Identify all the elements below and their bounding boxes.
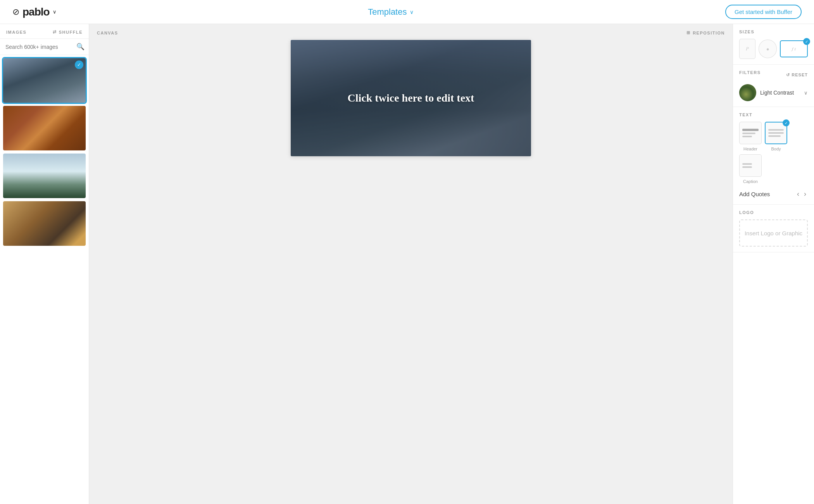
canvas-editable-text[interactable]: Click twice here to edit text: [291, 40, 531, 156]
get-started-button[interactable]: Get started with Buffer: [725, 5, 802, 19]
twitter-facebook-icon: 𝒇𝒕: [792, 47, 796, 52]
text-line-large: [742, 129, 759, 131]
main-layout: IMAGES ⇄ SHUFFLE 🔍 ✓: [0, 24, 814, 504]
templates-chevron-icon: ∨: [410, 9, 414, 15]
filter-dropdown[interactable]: Light Contrast ∨: [760, 90, 808, 96]
filter-select-row: Light Contrast ∨: [739, 84, 808, 101]
sizes-label: SIZES: [739, 29, 808, 34]
text-style-body-box: ✓: [765, 122, 787, 144]
image-thumb[interactable]: [3, 106, 86, 150]
filter-thumbnail: [739, 84, 756, 101]
size-twitter-button[interactable]: 𝒇𝒕 ✓: [780, 40, 808, 57]
quotes-navigation: ‹ ›: [795, 189, 808, 199]
reset-icon: ↺: [786, 72, 790, 78]
reposition-label: REPOSITION: [693, 31, 725, 35]
text-line-medium: [742, 133, 755, 134]
text-selected-check: ✓: [783, 119, 790, 126]
text-style-header[interactable]: Header: [739, 122, 762, 151]
check-icon: ✓: [77, 62, 81, 67]
shuffle-icon: ⇄: [53, 29, 57, 35]
reset-button[interactable]: ↺ RESET: [786, 72, 808, 78]
text-style-caption[interactable]: Caption: [739, 154, 762, 184]
pablo-logo-text: pablo: [22, 6, 50, 18]
sizes-section: SIZES 𝑃 ● 𝒇𝒕 ✓: [733, 24, 814, 65]
logo-insert-button[interactable]: Insert Logo or Graphic: [739, 219, 808, 247]
logo-insert-label: Insert Logo or Graphic: [745, 230, 802, 236]
selection-check: ✓: [75, 60, 83, 69]
text-style-header-box: [739, 122, 762, 144]
templates-label: Templates: [368, 7, 407, 17]
filter-chevron-icon: ∨: [804, 90, 808, 96]
canvas-label: CANVAS: [97, 31, 118, 35]
logo-chevron-icon[interactable]: ∨: [53, 9, 57, 15]
size-selected-check: ✓: [803, 38, 810, 45]
logo-section: LOGO Insert Logo or Graphic: [733, 205, 814, 252]
search-icon[interactable]: 🔍: [76, 43, 85, 51]
text-line-s2: [742, 166, 752, 168]
text-line-small: [742, 136, 752, 137]
filters-label: FILTERS: [739, 70, 761, 75]
image-thumb[interactable]: ✓: [3, 58, 86, 103]
check-icon: ✓: [805, 40, 808, 44]
text-style-header-label: Header: [743, 147, 757, 151]
pablo-logo-icon: ⊘: [12, 7, 19, 17]
quotes-next-button[interactable]: ›: [802, 189, 808, 199]
images-label: IMAGES: [6, 30, 26, 35]
shuffle-button[interactable]: ⇄ SHUFFLE: [53, 29, 83, 35]
circle-icon: ●: [766, 46, 769, 52]
add-quotes-row: Add Quotes ‹ ›: [739, 189, 808, 199]
templates-button[interactable]: Templates ∨: [368, 7, 414, 17]
text-style-caption-label: Caption: [743, 179, 758, 184]
canvas-area: CANVAS ⊞ REPOSITION Click twice here to …: [89, 24, 733, 504]
left-panel-header: IMAGES ⇄ SHUFFLE: [0, 24, 89, 39]
size-circle-button[interactable]: ●: [759, 40, 777, 58]
text-style-body[interactable]: ✓ Body: [765, 122, 787, 151]
text-style-body-label: Body: [771, 147, 781, 151]
search-input[interactable]: [5, 44, 73, 50]
text-line-1: [768, 129, 784, 131]
filters-section: FILTERS ↺ RESET Light Contrast ∨: [733, 65, 814, 107]
filter-name: Light Contrast: [760, 90, 794, 96]
text-style-caption-box: [739, 154, 762, 177]
text-section: TEXT Header: [733, 107, 814, 205]
text-style-options: Header ✓ Body: [739, 122, 808, 184]
image-thumb[interactable]: [3, 154, 86, 198]
left-panel: IMAGES ⇄ SHUFFLE 🔍 ✓: [0, 24, 89, 504]
quotes-prev-button[interactable]: ‹: [795, 189, 801, 199]
text-line-3: [768, 135, 781, 137]
reposition-icon: ⊞: [686, 30, 691, 35]
text-line-s1: [742, 163, 752, 165]
logo-area: ⊘ pablo ∨: [12, 6, 57, 18]
text-label: TEXT: [739, 112, 808, 117]
reset-label: RESET: [792, 72, 808, 77]
canvas-frame[interactable]: Click twice here to edit text: [291, 40, 531, 156]
reposition-button[interactable]: ⊞ REPOSITION: [686, 30, 725, 35]
search-area: 🔍: [0, 39, 89, 55]
right-panel: SIZES 𝑃 ● 𝒇𝒕 ✓: [733, 24, 814, 504]
text-line-2: [768, 132, 784, 134]
logo-label: LOGO: [739, 210, 808, 215]
pinterest-icon: 𝑃: [746, 46, 749, 52]
canvas-header: CANVAS ⊞ REPOSITION: [97, 30, 725, 35]
check-icon: ✓: [785, 121, 788, 125]
header: ⊘ pablo ∨ Templates ∨ Get started with B…: [0, 0, 814, 24]
sizes-grid: 𝑃 ● 𝒇𝒕 ✓: [739, 39, 808, 59]
shuffle-label: SHUFFLE: [59, 30, 83, 35]
add-quotes-label: Add Quotes: [739, 191, 770, 197]
size-pinterest-button[interactable]: 𝑃: [739, 39, 755, 59]
filters-header: FILTERS ↺ RESET: [739, 70, 808, 79]
image-thumb[interactable]: [3, 201, 86, 246]
image-list: ✓: [0, 55, 89, 504]
